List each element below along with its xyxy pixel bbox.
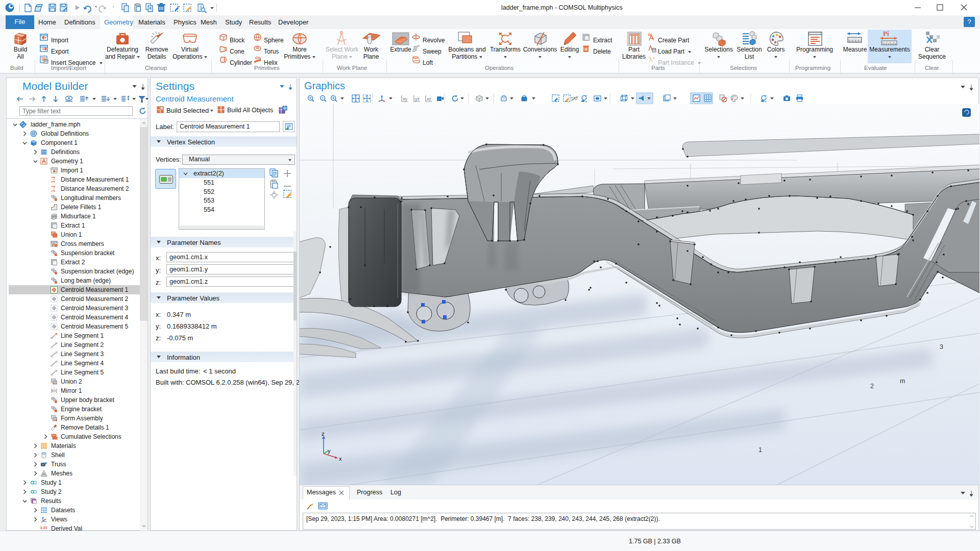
- svg-text:Pi: Pi: [883, 30, 889, 37]
- svg-text:xz: xz: [427, 96, 432, 102]
- svg-text:x: x: [339, 456, 342, 462]
- svg-text:xy: xy: [403, 96, 408, 102]
- svg-text:y: y: [328, 448, 331, 454]
- svg-text:yz: yz: [415, 96, 420, 102]
- svg-text:1: 1: [758, 446, 762, 454]
- svg-text:8.85: 8.85: [40, 526, 47, 530]
- svg-text:z: z: [322, 431, 325, 437]
- svg-text:m: m: [900, 378, 905, 385]
- svg-text:2: 2: [870, 383, 874, 390]
- svg-text:3: 3: [940, 343, 943, 350]
